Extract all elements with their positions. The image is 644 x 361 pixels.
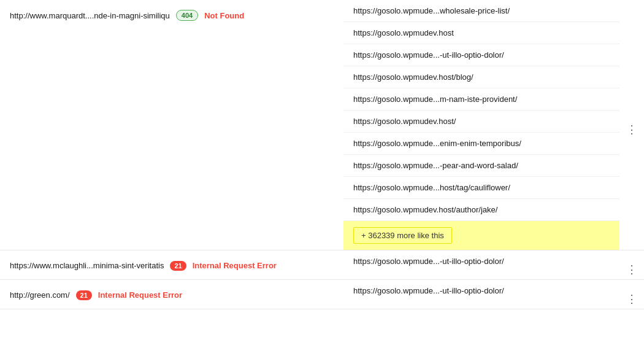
row-left-inner: https://www.mclaughli...minima-sint-veri… xyxy=(10,261,334,271)
row-left-inner: http://www.marquardt....nde-in-magni-sim… xyxy=(10,10,334,21)
status-badge-404: 404 xyxy=(176,10,198,21)
referrer-item: https://gosolo.wpmudev.host/blog/ xyxy=(343,66,619,88)
row-actions: ⋮ xyxy=(619,280,644,309)
status-text: Not Found xyxy=(204,11,244,20)
referrer-url: https://gosolo.wpmude...-pear-and-word-s… xyxy=(353,161,518,170)
table-row: http://www.marquardt....nde-in-magni-sim… xyxy=(0,0,644,250)
referrer-url: https://gosolo.wpmude...-ut-illo-optio-d… xyxy=(353,286,504,295)
status-badge-number: 21 xyxy=(170,261,186,271)
referrer-url: https://gosolo.wpmudev.host/blog/ xyxy=(353,72,473,82)
referrer-url: https://gosolo.wpmude...-ut-illo-optio-d… xyxy=(353,257,504,266)
status-text: Internal Request Error xyxy=(98,290,182,300)
broken-url: http://www.marquardt....nde-in-magni-sim… xyxy=(10,11,170,20)
row-menu-button[interactable]: ⋮ xyxy=(624,9,640,250)
referrer-url: https://gosolo.wpmudev.host/author/jake/ xyxy=(353,205,497,214)
row-left-inner: http://green.com/ 21 Internal Request Er… xyxy=(10,290,334,300)
referrer-item: https://gosolo.wpmude...host/tag/caulifl… xyxy=(343,177,619,199)
referrer-url: https://gosolo.wpmude...wholesale-price-… xyxy=(353,6,510,15)
row-top: http://www.marquardt....nde-in-magni-sim… xyxy=(0,0,644,250)
referrer-item: https://gosolo.wpmudev.host/ xyxy=(343,111,619,133)
status-badge-number: 21 xyxy=(76,290,92,300)
referrer-item: https://gosolo.wpmudev.host/author/jake/ xyxy=(343,199,619,221)
row-menu-button[interactable]: ⋮ xyxy=(624,259,640,279)
referrers-list: https://gosolo.wpmude...wholesale-price-… xyxy=(343,0,619,250)
row-left: http://green.com/ 21 Internal Request Er… xyxy=(0,280,343,309)
referrer-item: https://gosolo.wpmude...-ut-illo-optio-d… xyxy=(343,44,619,66)
referrer-item: https://gosolo.wpmude...enim-enim-tempor… xyxy=(343,133,619,155)
row-actions: ⋮ xyxy=(619,250,644,279)
referrer-url: https://gosolo.wpmudev.host xyxy=(353,28,454,37)
row-right: https://gosolo.wpmude...-ut-illo-optio-d… xyxy=(343,250,644,279)
referrer-url: https://gosolo.wpmude...m-nam-iste-provi… xyxy=(353,95,517,104)
row-left: https://www.mclaughli...minima-sint-veri… xyxy=(0,250,343,279)
referrer-url: https://gosolo.wpmude...host/tag/caulifl… xyxy=(353,183,510,192)
row-actions: ⋮ xyxy=(619,0,644,250)
broken-url: https://www.mclaughli...minima-sint-veri… xyxy=(10,261,164,270)
referrer-item: https://gosolo.wpmude...-pear-and-word-s… xyxy=(343,155,619,177)
more-referrers-item[interactable]: + 362339 more like this xyxy=(343,221,619,250)
table-row: http://green.com/ 21 Internal Request Er… xyxy=(0,280,644,309)
status-text: Internal Request Error xyxy=(193,261,277,270)
row-right: https://gosolo.wpmude...-ut-illo-optio-d… xyxy=(343,280,644,309)
referrer-url: https://gosolo.wpmudev.host/ xyxy=(353,117,456,126)
referrer-item: https://gosolo.wpmude...-ut-illo-optio-d… xyxy=(343,280,619,301)
referrer-item: https://gosolo.wpmudev.host xyxy=(343,22,619,44)
row-right: https://gosolo.wpmude...wholesale-price-… xyxy=(343,0,644,250)
referrer-url: https://gosolo.wpmude...-ut-illo-optio-d… xyxy=(353,50,504,60)
row-left: http://www.marquardt....nde-in-magni-sim… xyxy=(0,0,343,29)
more-referrers-badge[interactable]: + 362339 more like this xyxy=(353,227,452,244)
referrer-url: https://gosolo.wpmude...enim-enim-tempor… xyxy=(353,139,521,148)
referrer-item: https://gosolo.wpmude...m-nam-iste-provi… xyxy=(343,88,619,111)
table-row: https://www.mclaughli...minima-sint-veri… xyxy=(0,250,644,280)
main-table: http://www.marquardt....nde-in-magni-sim… xyxy=(0,0,644,309)
referrer-item: https://gosolo.wpmude...-ut-illo-optio-d… xyxy=(343,250,619,272)
row-menu-button[interactable]: ⋮ xyxy=(624,289,640,309)
referrer-item: https://gosolo.wpmude...wholesale-price-… xyxy=(343,0,619,22)
broken-url: http://green.com/ xyxy=(10,290,70,300)
referrers-list: https://gosolo.wpmude...-ut-illo-optio-d… xyxy=(343,250,619,279)
referrers-list: https://gosolo.wpmude...-ut-illo-optio-d… xyxy=(343,280,619,309)
